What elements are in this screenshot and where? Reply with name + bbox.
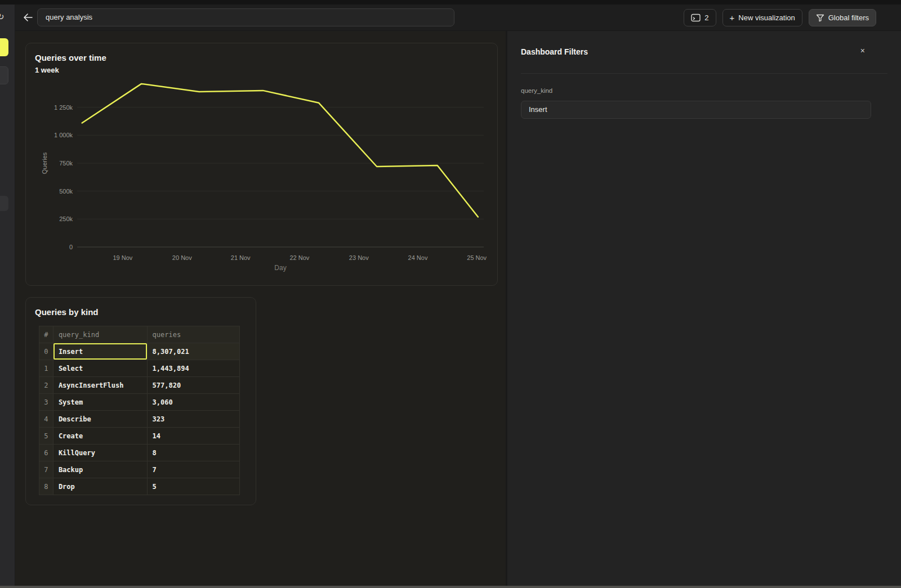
filters-panel-title: Dashboard Filters xyxy=(521,47,588,56)
left-sidebar: ↻ xyxy=(0,5,15,586)
query-kind-cell[interactable]: Insert xyxy=(53,343,147,360)
y-axis-tick-label: 750k xyxy=(59,160,73,167)
query-kind-cell[interactable]: System xyxy=(53,394,147,411)
sidebar-item[interactable] xyxy=(0,196,8,211)
window-bottom-edge xyxy=(0,586,901,588)
table-title: Queries by kind xyxy=(35,307,99,317)
refresh-icon[interactable]: ↻ xyxy=(0,12,5,22)
console-tab-count: 2 xyxy=(704,14,708,22)
row-index-cell: 3 xyxy=(39,394,53,411)
x-axis-tick-label: 25 Nov xyxy=(467,254,487,261)
app-window: query analysis 2 + New visualization Glo… xyxy=(0,0,901,588)
queries-line-chart[interactable]: 0250k500k750k1 000k1 250k19 Nov20 Nov21 … xyxy=(35,75,488,272)
row-index-cell: 4 xyxy=(39,411,53,428)
chart-title: Queries over time xyxy=(35,53,106,62)
queries-count-cell[interactable]: 8 xyxy=(147,445,239,461)
queries-count-cell[interactable]: 323 xyxy=(147,411,239,428)
queries-by-kind-card: Queries by kind #query_kindqueries 0Inse… xyxy=(25,297,256,505)
table-row: 6KillQuery8 xyxy=(39,445,240,461)
dashboard-topbar: query analysis 2 + New visualization Glo… xyxy=(15,5,901,31)
plus-icon: + xyxy=(730,14,735,22)
query-kind-filter-input[interactable]: Insert xyxy=(521,101,871,119)
table-col-header: query_kind xyxy=(53,326,147,343)
sidebar-item[interactable] xyxy=(0,66,8,84)
x-axis-tick-label: 24 Nov xyxy=(408,254,428,261)
query-kind-cell[interactable]: Backup xyxy=(53,461,147,478)
filter-funnel-icon xyxy=(816,14,824,22)
filters-panel-header: Dashboard Filters × xyxy=(521,31,887,74)
x-axis-tick-label: 21 Nov xyxy=(231,254,251,261)
queries-count-cell[interactable]: 14 xyxy=(147,428,239,445)
dashboard-canvas: Queries over time 1 week 0250k500k750k1 … xyxy=(16,31,507,586)
queries-count-cell[interactable]: 3,060 xyxy=(147,394,239,411)
queries-count-cell[interactable]: 8,307,021 xyxy=(147,343,239,360)
table-header-row: #query_kindqueries xyxy=(39,326,240,343)
query-kind-cell[interactable]: Select xyxy=(53,360,147,377)
table-row: 8Drop5 xyxy=(39,478,240,495)
console-icon xyxy=(691,14,701,22)
x-axis-tick-label: 22 Nov xyxy=(289,254,309,261)
new-visualization-label: New visualization xyxy=(738,14,795,22)
query-kind-cell[interactable]: AsyncInsertFlush xyxy=(53,377,147,394)
y-axis-tick-label: 500k xyxy=(59,188,73,195)
chart-subtitle: 1 week xyxy=(35,66,59,74)
table-row: 1Select1,443,894 xyxy=(39,360,240,377)
row-index-cell: 8 xyxy=(39,478,53,495)
back-button[interactable] xyxy=(21,13,35,23)
query-kind-cell[interactable]: KillQuery xyxy=(53,445,147,461)
sidebar-item-active[interactable] xyxy=(0,38,8,56)
queries-over-time-card: Queries over time 1 week 0250k500k750k1 … xyxy=(25,43,498,286)
dashboard-filters-panel: Dashboard Filters × query_kind Insert xyxy=(506,31,901,586)
y-axis-tick-label: 1 000k xyxy=(54,132,73,138)
table-col-header: queries xyxy=(147,326,239,343)
arrow-left-icon xyxy=(23,14,33,21)
x-axis-tick-label: 23 Nov xyxy=(349,254,369,261)
table-row: 0Insert8,307,021 xyxy=(39,343,240,360)
queries-by-kind-table: #query_kindqueries 0Insert8,307,0211Sele… xyxy=(39,326,240,495)
close-icon[interactable]: × xyxy=(860,47,865,55)
global-filters-label: Global filters xyxy=(828,14,869,22)
queries-count-cell[interactable]: 5 xyxy=(147,478,239,495)
row-index-cell: 0 xyxy=(39,343,53,360)
y-axis-tick-label: 1 250k xyxy=(54,104,73,111)
open-console-tabs-button[interactable]: 2 xyxy=(684,9,716,26)
dashboard-title-input[interactable]: query analysis xyxy=(37,8,454,26)
x-axis-tick-label: 20 Nov xyxy=(172,254,192,261)
window-top-strip xyxy=(0,0,901,5)
table-row: 4Describe323 xyxy=(39,411,240,428)
table-row: 5Create14 xyxy=(39,428,240,445)
query-kind-cell[interactable]: Create xyxy=(53,428,147,445)
global-filters-button[interactable]: Global filters xyxy=(809,9,876,26)
query-kind-cell[interactable]: Describe xyxy=(53,411,147,428)
new-visualization-button[interactable]: + New visualization xyxy=(722,9,802,26)
row-index-cell: 5 xyxy=(39,428,53,445)
topbar-actions: 2 + New visualization Global filters xyxy=(684,9,876,26)
row-index-cell: 6 xyxy=(39,445,53,461)
table-row: 7Backup7 xyxy=(39,461,240,478)
x-axis-title: Day xyxy=(274,264,286,272)
table-col-header: # xyxy=(39,326,53,343)
table-row: 2AsyncInsertFlush577,820 xyxy=(39,377,240,394)
row-index-cell: 1 xyxy=(39,360,53,377)
row-index-cell: 7 xyxy=(39,461,53,478)
table-row: 3System3,060 xyxy=(39,394,240,411)
y-axis-title: Queries xyxy=(41,152,48,174)
queries-count-cell[interactable]: 7 xyxy=(147,461,239,478)
row-index-cell: 2 xyxy=(39,377,53,394)
y-axis-tick-label: 250k xyxy=(59,216,73,222)
queries-series-line xyxy=(82,84,478,217)
x-axis-tick-label: 19 Nov xyxy=(113,254,132,261)
queries-count-cell[interactable]: 577,820 xyxy=(147,377,239,394)
queries-count-cell[interactable]: 1,443,894 xyxy=(147,360,239,377)
filter-field-label: query_kind xyxy=(521,87,552,94)
y-axis-tick-label: 0 xyxy=(69,244,73,250)
query-kind-cell[interactable]: Drop xyxy=(53,478,147,495)
